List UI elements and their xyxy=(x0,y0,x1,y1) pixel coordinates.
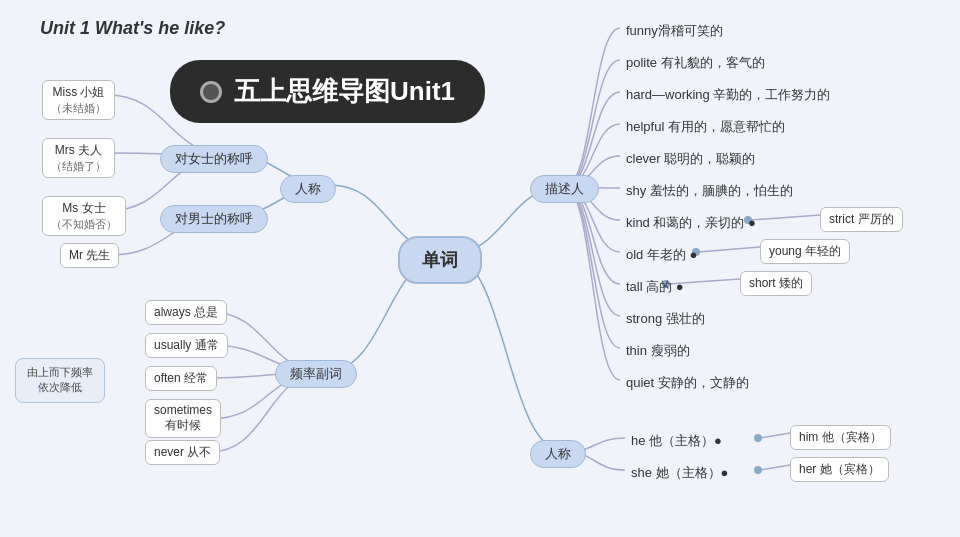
desc-tall: tall 高的 ● xyxy=(620,276,690,298)
desc-clever: clever 聪明的，聪颖的 xyxy=(620,148,761,170)
desc-strong: strong 强壮的 xyxy=(620,308,711,330)
svg-point-9 xyxy=(754,466,762,474)
desc-polite: polite 有礼貌的，客气的 xyxy=(620,52,771,74)
freq-often: often 经常 xyxy=(145,366,217,391)
freq-note: 由上而下频率 依次降低 xyxy=(15,358,105,403)
desc-quiet: quiet 安静的，文静的 xyxy=(620,372,755,394)
pronoun-she: she 她（主格）● xyxy=(625,462,734,484)
desc-hardworking: hard—working 辛勤的，工作努力的 xyxy=(620,84,836,106)
page-title: Unit 1 What's he like? xyxy=(40,18,225,39)
freq-usually: usually 通常 xyxy=(145,333,228,358)
node-miss: Miss 小姐 （未结婚） xyxy=(42,80,115,120)
node-address-parent: 人称 xyxy=(280,175,336,203)
desc-kind: kind 和蔼的，亲切的 ● xyxy=(620,212,762,234)
header-box: 五上思维导图Unit1 xyxy=(170,60,485,123)
svg-line-2 xyxy=(698,247,760,252)
desc-young: young 年轻的 xyxy=(760,239,850,264)
pronoun-her: her 她（宾格） xyxy=(790,457,889,482)
desc-helpful: helpful 有用的，愿意帮忙的 xyxy=(620,116,791,138)
node-male-address: 对男士的称呼 xyxy=(160,205,268,233)
node-mrs: Mrs 夫人 （结婚了） xyxy=(42,138,115,178)
pronoun-he: he 他（主格）● xyxy=(625,430,728,452)
desc-short: short 矮的 xyxy=(740,271,812,296)
header-icon xyxy=(200,81,222,103)
svg-point-7 xyxy=(754,434,762,442)
pronoun-him: him 他（宾格） xyxy=(790,425,891,450)
desc-strict: strict 严厉的 xyxy=(820,207,903,232)
node-freq-label: 频率副词 xyxy=(275,360,357,388)
desc-shy: shy 羞怯的，腼腆的，怕生的 xyxy=(620,180,799,202)
node-female-address: 对女士的称呼 xyxy=(160,145,268,173)
desc-funny: funny滑稽可笑的 xyxy=(620,20,729,42)
freq-always: always 总是 xyxy=(145,300,227,325)
header-title: 五上思维导图Unit1 xyxy=(234,74,455,109)
node-ms: Ms 女士 （不知婚否） xyxy=(42,196,126,236)
center-node: 单词 xyxy=(398,236,482,284)
desc-thin: thin 瘦弱的 xyxy=(620,340,696,362)
node-mr: Mr 先生 xyxy=(60,243,119,268)
svg-line-8 xyxy=(760,465,790,470)
freq-never: never 从不 xyxy=(145,440,220,465)
desc-old: old 年老的 ● xyxy=(620,244,703,266)
node-pronoun-label: 人称 xyxy=(530,440,586,468)
svg-line-6 xyxy=(760,433,790,438)
freq-sometimes: sometimes 有时候 xyxy=(145,399,221,438)
node-describe-label: 描述人 xyxy=(530,175,599,203)
